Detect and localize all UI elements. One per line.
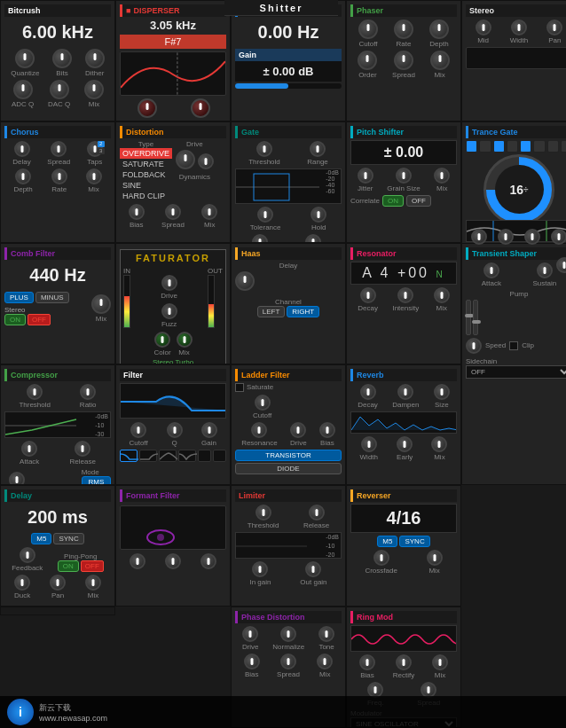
gate-threshold-knob[interactable] bbox=[256, 141, 272, 157]
pd-normalize-knob[interactable] bbox=[280, 626, 296, 642]
limiter-ingain-knob[interactable] bbox=[252, 561, 268, 577]
limiter-outgain-knob[interactable] bbox=[305, 561, 321, 577]
pd-spread-knob[interactable] bbox=[280, 654, 296, 669]
ping-pong-on-btn[interactable]: ON bbox=[58, 560, 79, 572]
ts-sidechain-select[interactable]: OFF bbox=[466, 365, 566, 379]
phaser-depth-knob[interactable] bbox=[429, 20, 449, 39]
stereo-off-btn[interactable]: OFF bbox=[28, 314, 51, 325]
stereo-width-knob[interactable] bbox=[511, 20, 527, 35]
chorus-spread-knob[interactable] bbox=[51, 141, 67, 157]
type-saturate[interactable]: SATURATE bbox=[120, 159, 172, 169]
faturator-fuzz-knob[interactable] bbox=[161, 303, 177, 319]
phaser-cutoff-knob[interactable] bbox=[358, 20, 378, 39]
delay-m5-btn[interactable]: M5 bbox=[31, 533, 51, 544]
ladder-diode-btn[interactable]: DIODE bbox=[235, 463, 342, 474]
dither-knob[interactable] bbox=[85, 49, 105, 68]
reverb-width-knob[interactable] bbox=[361, 436, 377, 452]
pd-tone-knob[interactable] bbox=[318, 626, 334, 642]
filter-shape-pk[interactable] bbox=[213, 450, 226, 462]
comb-mix-knob[interactable] bbox=[91, 294, 111, 314]
tg-d-knob[interactable] bbox=[498, 229, 514, 245]
resonator-intensity-knob[interactable] bbox=[397, 287, 413, 303]
tg-step-7[interactable] bbox=[547, 140, 559, 153]
tg-a-knob[interactable] bbox=[471, 229, 487, 245]
filter-shape-ap[interactable] bbox=[198, 450, 211, 462]
filter-shape-bp[interactable] bbox=[159, 450, 177, 462]
phaser-rate-knob[interactable] bbox=[394, 20, 413, 39]
tg-step-8[interactable] bbox=[561, 140, 566, 153]
type-hardclip[interactable]: HARD CLIP bbox=[120, 191, 172, 201]
haas-delay-knob[interactable] bbox=[235, 271, 255, 291]
delay-sync-btn[interactable]: SYNC bbox=[53, 533, 83, 544]
comp-threshold-knob[interactable] bbox=[27, 384, 43, 400]
tg-mix-knob[interactable] bbox=[556, 257, 566, 273]
delay-feedback-knob[interactable] bbox=[20, 547, 35, 563]
reverb-decay-knob[interactable] bbox=[360, 384, 376, 400]
faturator-color-knob[interactable] bbox=[154, 332, 170, 348]
pitch-mix-knob[interactable] bbox=[434, 168, 450, 184]
gate-tolerance-knob[interactable] bbox=[257, 207, 273, 223]
distortion-drive-knob[interactable] bbox=[176, 150, 195, 169]
chorus-delay-knob[interactable] bbox=[14, 141, 30, 157]
distortion-spread-knob[interactable] bbox=[165, 204, 181, 220]
filter-q-knob[interactable] bbox=[167, 422, 183, 438]
disperser-amount-knob[interactable] bbox=[138, 98, 157, 118]
reverb-mix-knob[interactable] bbox=[431, 436, 447, 452]
formant-knob-3[interactable] bbox=[200, 553, 216, 569]
gate-release-knob[interactable] bbox=[305, 234, 321, 243]
ring-mod-bias-knob[interactable] bbox=[359, 654, 375, 670]
gain-bar[interactable] bbox=[235, 83, 342, 89]
bits-knob[interactable] bbox=[52, 49, 72, 68]
ts-pump-slider-1[interactable] bbox=[466, 300, 471, 335]
type-foldback[interactable]: FOLDBACK bbox=[120, 169, 172, 180]
comp-ratio-knob[interactable] bbox=[80, 384, 96, 400]
faturator-mix-knob[interactable] bbox=[177, 332, 193, 348]
reverb-dampen-knob[interactable] bbox=[397, 384, 413, 400]
comp-release-knob[interactable] bbox=[75, 441, 90, 457]
ladder-saturate-check[interactable] bbox=[235, 383, 244, 392]
ts-sustain-knob[interactable] bbox=[537, 262, 553, 278]
haas-left-btn[interactable]: LEFT bbox=[257, 306, 286, 317]
ts-speed-knob[interactable] bbox=[466, 338, 482, 354]
tg-step-6[interactable] bbox=[533, 140, 545, 153]
quantize-knob[interactable] bbox=[15, 49, 35, 68]
tg-step-5[interactable] bbox=[520, 140, 531, 153]
phaser-spread-knob[interactable] bbox=[394, 51, 413, 70]
dac-q-knob[interactable] bbox=[50, 80, 69, 99]
mode-rms-btn[interactable]: RMS bbox=[82, 476, 111, 486]
polarity-minus-btn[interactable]: MINUS bbox=[35, 292, 69, 303]
filter-shape-hp[interactable] bbox=[139, 450, 157, 462]
correlate-off-btn[interactable]: OFF bbox=[406, 195, 431, 207]
stereo-mid-knob[interactable] bbox=[476, 20, 491, 35]
tg-step-3[interactable] bbox=[493, 140, 505, 153]
distortion-mix-knob[interactable] bbox=[201, 204, 217, 220]
reverser-m5-btn[interactable]: M5 bbox=[377, 536, 397, 547]
tg-step-2[interactable] bbox=[479, 140, 491, 153]
haas-right-btn[interactable]: RIGHT bbox=[287, 306, 319, 317]
bitcrush-mix-knob[interactable] bbox=[84, 80, 104, 99]
ping-pong-off-btn[interactable]: OFF bbox=[81, 560, 104, 572]
reverser-crossfade-knob[interactable] bbox=[373, 550, 389, 566]
chorus-depth-knob[interactable] bbox=[15, 168, 31, 184]
trance-gate-arc[interactable]: 16 ÷ bbox=[483, 154, 554, 225]
reverb-size-knob[interactable] bbox=[434, 384, 450, 400]
filter-shape-lp[interactable] bbox=[120, 450, 138, 462]
chorus-mix-knob[interactable] bbox=[86, 168, 102, 184]
tg-r-knob[interactable] bbox=[551, 229, 566, 245]
filter-cutoff-knob[interactable] bbox=[130, 422, 146, 438]
ring-mod-rectify-knob[interactable] bbox=[396, 654, 412, 670]
correlate-on-btn[interactable]: ON bbox=[382, 195, 404, 207]
stereo-turbo-btn[interactable]: Stereo Turbo bbox=[123, 358, 223, 364]
adc-q-knob[interactable] bbox=[13, 80, 33, 99]
ladder-drive-knob[interactable] bbox=[290, 422, 306, 438]
filter-gain-knob[interactable] bbox=[201, 422, 217, 438]
reverser-sync-btn[interactable]: SYNC bbox=[399, 536, 429, 547]
phaser-mix-knob[interactable] bbox=[430, 51, 450, 70]
grain-size-knob[interactable] bbox=[396, 168, 412, 184]
pd-mix-knob[interactable] bbox=[317, 654, 333, 669]
tg-step-1[interactable] bbox=[466, 140, 477, 153]
resonator-decay-knob[interactable] bbox=[360, 287, 376, 303]
filter-shape-notch[interactable] bbox=[178, 450, 196, 462]
pd-bias-knob[interactable] bbox=[244, 654, 260, 669]
distortion-dynamics-knob[interactable] bbox=[198, 153, 214, 169]
